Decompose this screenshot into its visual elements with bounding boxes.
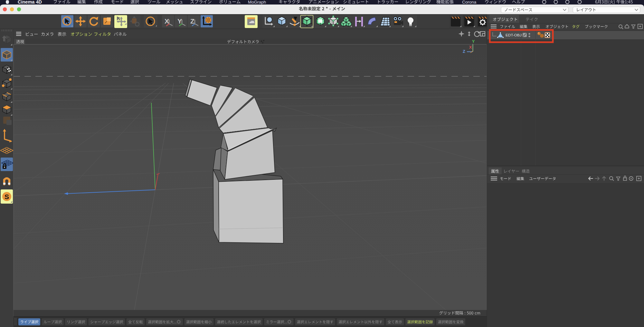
svg-text:X: X bbox=[165, 17, 169, 25]
svg-text:Y: Y bbox=[472, 39, 475, 44]
svg-text:X: X bbox=[469, 45, 472, 50]
svg-text:S: S bbox=[5, 193, 9, 200]
svg-text:Corona: Corona bbox=[462, 0, 477, 5]
svg-text:EDT-OBJ: EDT-OBJ bbox=[506, 33, 522, 37]
svg-text:Z: Z bbox=[190, 17, 194, 25]
svg-text:Cinema 4D: Cinema 4D bbox=[18, 0, 42, 5]
svg-text:MoGraph: MoGraph bbox=[248, 0, 266, 5]
svg-text:Z: Z bbox=[463, 49, 465, 54]
svg-text:Y: Y bbox=[177, 17, 182, 25]
